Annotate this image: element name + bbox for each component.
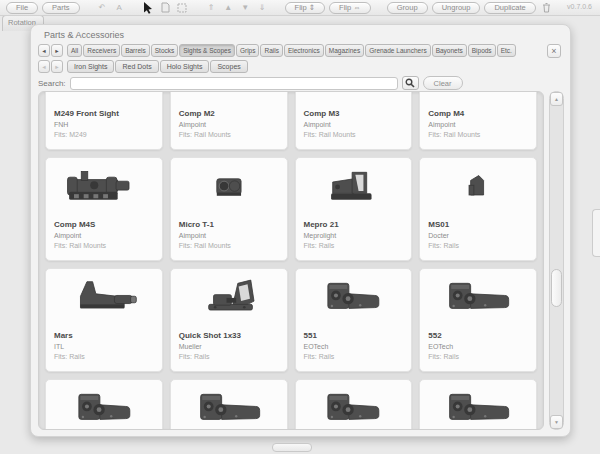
- subtab-holo-sights[interactable]: Holo Sights: [160, 60, 210, 73]
- part-tile-comp-m4s[interactable]: Comp M4S Aimpoint Fits: Rail Mounts: [45, 157, 163, 261]
- flip-horizontal-button[interactable]: Flip ⇔: [329, 2, 371, 14]
- micro-sight-image: [171, 158, 287, 215]
- reflex-sight-image: [296, 158, 412, 215]
- part-brand: ITL: [54, 343, 154, 350]
- mini-sight-image: [420, 158, 536, 215]
- send-backward-icon[interactable]: ▼: [239, 1, 252, 14]
- text-tool-icon[interactable]: A: [113, 1, 126, 14]
- scroll-up-icon[interactable]: ▲: [550, 92, 563, 106]
- tab-bayonets[interactable]: Bayonets: [432, 44, 467, 57]
- tab-rails[interactable]: Rails: [260, 44, 282, 57]
- send-to-back-icon[interactable]: ⇓: [256, 1, 269, 14]
- main-toolbar: File Parts ↶ A ⇑ ▲ ▼ ⇓ Flip ⇕ Flip ⇔ Gro…: [0, 0, 600, 16]
- dialog-title: Parts & Accessories: [44, 30, 124, 40]
- holo-sight-long-image: [171, 380, 287, 430]
- parts-grid: M249 Front Sight FNH Fits: M249 Comp M2 …: [39, 91, 543, 430]
- part-tile-552[interactable]: 552 EOTech Fits: Rails: [419, 268, 537, 372]
- part-fits: Fits: Rails: [304, 242, 404, 249]
- holo-sight-long-image: [420, 269, 536, 326]
- front-sight-image: [46, 91, 162, 104]
- cursor-tool-icon[interactable]: [142, 1, 155, 14]
- flip-vertical-button[interactable]: Flip ⇕: [285, 2, 325, 14]
- tab-barrels[interactable]: Barrels: [121, 44, 150, 57]
- part-fits: Fits: Rail Mounts: [304, 131, 404, 138]
- part-tile[interactable]: [45, 379, 163, 430]
- part-tile-comp-m2[interactable]: Comp M2 Aimpoint Fits: Rail Mounts: [170, 91, 288, 150]
- part-name: Quick Shot 1x33: [179, 331, 279, 340]
- tube-sight-image: [296, 91, 412, 104]
- part-tile[interactable]: [170, 379, 288, 430]
- part-name: Mepro 21: [304, 220, 404, 229]
- part-name: Mars: [54, 331, 154, 340]
- tab-grenade-launchers[interactable]: Grenade Launchers: [365, 44, 430, 57]
- ungroup-button[interactable]: Ungroup: [432, 2, 481, 14]
- holo-sight-image: [296, 269, 412, 326]
- holo-sight-long-image: [420, 380, 536, 430]
- part-brand: Docter: [428, 232, 528, 239]
- scroll-down-icon[interactable]: ▼: [550, 415, 563, 429]
- subtabs-scroll-left-icon[interactable]: ◄: [38, 60, 50, 73]
- tab-magazines[interactable]: Magazines: [325, 44, 364, 57]
- group-button[interactable]: Group: [387, 2, 428, 14]
- close-icon[interactable]: ×: [547, 44, 561, 58]
- part-fits: Fits: Rail Mounts: [54, 242, 154, 249]
- dialog-resize-grip[interactable]: [272, 443, 312, 452]
- part-tile[interactable]: [295, 379, 413, 430]
- trash-icon[interactable]: [540, 1, 553, 14]
- part-brand: Aimpoint: [179, 232, 279, 239]
- part-tile-551[interactable]: 551 EOTech Fits: Rails: [295, 268, 413, 372]
- tab-etc[interactable]: Etc.: [497, 44, 516, 57]
- search-button[interactable]: [402, 76, 419, 90]
- tabs-scroll-left-icon[interactable]: ◄: [38, 44, 50, 57]
- parts-scrollbar[interactable]: ▲ ▼: [549, 91, 564, 430]
- search-label: Search:: [38, 79, 66, 88]
- page-tool-icon[interactable]: [159, 1, 172, 14]
- part-tile-comp-m4[interactable]: Comp M4 Aimpoint Fits: Rail Mounts: [419, 91, 537, 150]
- part-tile-m249-front-sight[interactable]: M249 Front Sight FNH Fits: M249: [45, 91, 163, 150]
- bring-forward-icon[interactable]: ▲: [222, 1, 235, 14]
- scrollbar-thumb[interactable]: [551, 269, 562, 307]
- flip-horizontal-label: Flip: [339, 3, 351, 12]
- marquee-tool-icon[interactable]: [176, 1, 189, 14]
- tube-sight-image: [171, 91, 287, 104]
- tab-bipods[interactable]: Bipods: [468, 44, 496, 57]
- tab-sights-scopes[interactable]: Sights & Scopes: [179, 44, 235, 57]
- tab-all[interactable]: All: [67, 44, 82, 57]
- tube-sight-image: [420, 91, 536, 104]
- part-name: 552: [428, 331, 528, 340]
- file-button[interactable]: File: [6, 2, 38, 14]
- tab-electronics[interactable]: Electronics: [284, 44, 324, 57]
- undo-icon[interactable]: ↶: [96, 1, 109, 14]
- tab-stocks[interactable]: Stocks: [151, 44, 179, 57]
- part-tile-micro-t-1[interactable]: Micro T-1 Aimpoint Fits: Rail Mounts: [170, 157, 288, 261]
- part-fits: Fits: Rail Mounts: [179, 131, 279, 138]
- subtab-scopes[interactable]: Scopes: [210, 60, 247, 73]
- tab-receivers[interactable]: Receivers: [83, 44, 120, 57]
- open-reflex-sight-image: [171, 269, 287, 326]
- clear-button[interactable]: Clear: [423, 76, 463, 90]
- part-tile-mars[interactable]: Mars ITL Fits: Rails: [45, 268, 163, 372]
- flip-vertical-label: Flip: [295, 3, 307, 12]
- search-input[interactable]: [70, 77, 398, 90]
- duplicate-button[interactable]: Duplicate: [484, 2, 535, 14]
- right-panel-handle[interactable]: [592, 209, 600, 257]
- subtab-red-dots[interactable]: Red Dots: [115, 60, 158, 73]
- part-name: Micro T-1: [179, 220, 279, 229]
- bring-to-front-icon[interactable]: ⇑: [205, 1, 218, 14]
- tabs-scroll-right-icon[interactable]: ►: [51, 44, 63, 57]
- category-tab-row: ◄ ► AllReceiversBarrelsStocksSights & Sc…: [38, 43, 543, 57]
- subtabs-scroll-right-icon[interactable]: ►: [51, 60, 63, 73]
- part-tile-mepro-21[interactable]: Mepro 21 Meprolight Fits: Rails: [295, 157, 413, 261]
- part-tile[interactable]: [419, 379, 537, 430]
- part-name: Comp M3: [304, 109, 404, 118]
- subtab-iron-sights[interactable]: Iron Sights: [67, 60, 114, 73]
- part-tile-comp-m3[interactable]: Comp M3 Aimpoint Fits: Rail Mounts: [295, 91, 413, 150]
- parts-grid-viewport: M249 Front Sight FNH Fits: M249 Comp M2 …: [38, 91, 544, 430]
- part-fits: Fits: Rails: [304, 353, 404, 360]
- tab-grips[interactable]: Grips: [236, 44, 260, 57]
- version-label: v0.7.0.6: [567, 3, 592, 10]
- part-tile-quick-shot-1x33[interactable]: Quick Shot 1x33 Mueller Fits: Rails: [170, 268, 288, 372]
- part-brand: EOTech: [304, 343, 404, 350]
- part-tile-ms01[interactable]: MS01 Docter Fits: Rails: [419, 157, 537, 261]
- parts-button[interactable]: Parts: [42, 2, 80, 14]
